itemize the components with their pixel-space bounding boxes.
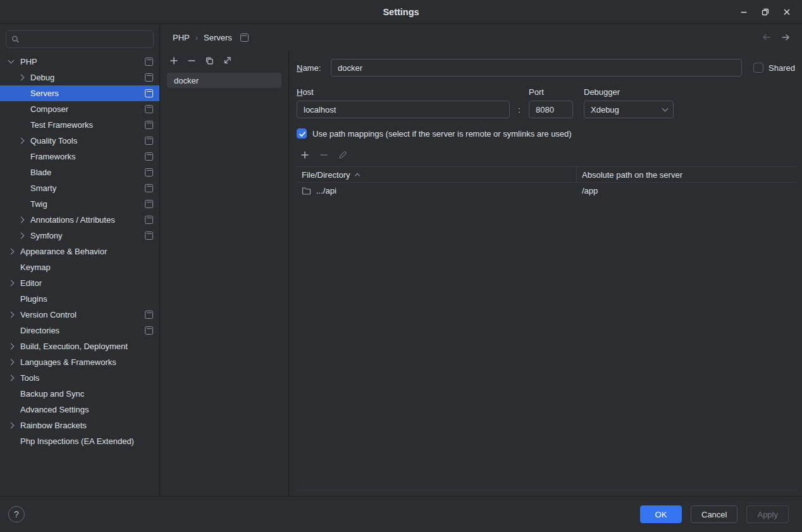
forward-button[interactable]: [780, 33, 791, 42]
cancel-button[interactable]: Cancel: [691, 505, 737, 523]
name-field[interactable]: [331, 59, 742, 77]
sidebar-item-languages-frameworks[interactable]: Languages & Frameworks: [0, 354, 159, 370]
sidebar-item-annotations-attributes[interactable]: Annotations / Attributes: [0, 212, 159, 228]
history-navigation: [762, 33, 791, 42]
settings-page-icon: [145, 58, 153, 66]
minimize-button[interactable]: [735, 3, 753, 21]
sidebar-item-editor[interactable]: Editor: [0, 275, 159, 291]
chevron-right-icon[interactable]: [18, 233, 25, 239]
chevron-right-icon[interactable]: [18, 75, 25, 81]
sidebar-item-appearance-behavior[interactable]: Appearance & Behavior: [0, 244, 159, 259]
forward-arrow-icon: [780, 33, 791, 42]
debugger-value: Xdebug: [591, 105, 619, 114]
breadcrumb: PHP › Servers: [173, 33, 249, 42]
chevron-right-icon[interactable]: [8, 312, 15, 318]
settings-page-icon: [145, 184, 153, 192]
mapping-row[interactable]: .../api /app: [297, 183, 796, 199]
sidebar-item-version-control[interactable]: Version Control: [0, 307, 159, 323]
sidebar-item-frameworks[interactable]: Frameworks: [0, 149, 159, 164]
remove-icon: [319, 150, 329, 160]
settings-tree: PHP Debug Servers Composer: [0, 54, 159, 449]
chevron-right-icon[interactable]: [8, 343, 15, 350]
column-header-absolute-path[interactable]: Absolute path on the server: [577, 170, 796, 180]
settings-page-icon: [145, 121, 153, 129]
sidebar-item-build-execution-deployment[interactable]: Build, Execution, Deployment: [0, 338, 159, 354]
chevron-down-icon[interactable]: [8, 58, 15, 64]
mapping-absolute-path: /app: [582, 186, 598, 195]
ok-button[interactable]: OK: [640, 505, 682, 523]
chevron-right-icon[interactable]: [18, 138, 25, 144]
remove-icon: [187, 56, 197, 66]
shared-checkbox[interactable]: [753, 63, 763, 73]
chevron-right-icon[interactable]: [18, 217, 25, 223]
close-button[interactable]: [778, 3, 796, 21]
edit-pencil-icon: [338, 150, 348, 160]
add-mapping-button[interactable]: [299, 149, 311, 161]
sidebar-item-php-inspections[interactable]: Php Inspections (EA Extended): [0, 433, 159, 449]
sidebar-item-advanced-settings[interactable]: Advanced Settings: [0, 402, 159, 418]
sidebar-item-blade[interactable]: Blade: [0, 164, 159, 180]
chevron-right-icon[interactable]: [8, 249, 15, 255]
close-icon: [782, 7, 792, 17]
copy-icon: [204, 56, 214, 66]
select-chevron-down-icon: [662, 105, 669, 111]
sidebar-item-twig[interactable]: Twig: [0, 196, 159, 212]
add-icon: [300, 150, 310, 160]
chevron-right-icon[interactable]: [8, 375, 15, 381]
settings-page-icon: [145, 105, 153, 113]
sidebar-item-tools[interactable]: Tools: [0, 370, 159, 386]
add-server-button[interactable]: [168, 55, 180, 66]
breadcrumb-php[interactable]: PHP: [173, 33, 190, 42]
restore-icon: [760, 7, 770, 17]
server-list-panel: docker: [160, 51, 289, 496]
settings-page-icon: [145, 73, 153, 82]
edit-mapping-button[interactable]: [337, 149, 349, 161]
minimize-icon: [739, 7, 749, 17]
sidebar-item-quality-tools[interactable]: Quality Tools: [0, 133, 159, 149]
sidebar-item-debug[interactable]: Debug: [0, 70, 159, 85]
server-name: docker: [174, 76, 199, 85]
breadcrumb-servers[interactable]: Servers: [204, 33, 232, 42]
import-server-button[interactable]: [221, 55, 233, 66]
back-button[interactable]: [762, 33, 772, 42]
host-field[interactable]: [297, 101, 510, 118]
chevron-right-icon[interactable]: [8, 359, 15, 366]
server-list-item-docker[interactable]: docker: [167, 73, 281, 88]
sidebar-item-keymap[interactable]: Keymap: [0, 259, 159, 275]
settings-search-field[interactable]: [6, 30, 154, 48]
settings-page-icon: [145, 137, 153, 145]
host-port-separator: :: [510, 105, 529, 114]
remove-mapping-button[interactable]: [318, 149, 330, 161]
sidebar-item-php[interactable]: PHP: [0, 54, 159, 70]
sidebar-item-plugins[interactable]: Plugins: [0, 291, 159, 307]
apply-button[interactable]: Apply: [746, 505, 789, 523]
mappings-table: File/Directory Absolute path on the serv…: [297, 166, 796, 490]
help-button[interactable]: ?: [8, 506, 25, 523]
port-field[interactable]: [529, 101, 573, 118]
settings-search-input[interactable]: [23, 35, 148, 44]
copy-server-button[interactable]: [204, 55, 215, 66]
debugger-select[interactable]: Xdebug: [584, 101, 674, 118]
dialog-footer: ? OK Cancel Apply: [0, 496, 802, 532]
sidebar-item-symfony[interactable]: Symfony: [0, 228, 159, 244]
mappings-table-header: File/Directory Absolute path on the serv…: [297, 167, 796, 183]
sidebar-item-composer[interactable]: Composer: [0, 101, 159, 117]
sidebar-item-directories[interactable]: Directories: [0, 323, 159, 338]
remove-server-button[interactable]: [186, 55, 197, 66]
add-icon: [169, 56, 179, 66]
column-header-file-directory[interactable]: File/Directory: [297, 167, 577, 182]
sidebar-item-smarty[interactable]: Smarty: [0, 180, 159, 196]
sidebar-item-test-frameworks[interactable]: Test Frameworks: [0, 117, 159, 133]
settings-page-icon: [240, 34, 249, 42]
sidebar-item-backup-and-sync[interactable]: Backup and Sync: [0, 386, 159, 402]
chevron-right-icon[interactable]: [8, 280, 15, 287]
sidebar-item-servers[interactable]: Servers: [0, 85, 159, 101]
path-mappings-label: Use path mappings (select if the server …: [312, 129, 572, 139]
chevron-right-icon[interactable]: [8, 423, 15, 429]
path-mappings-checkbox[interactable]: [297, 128, 307, 139]
back-arrow-icon: [762, 33, 772, 42]
maximize-button[interactable]: [756, 3, 774, 21]
breadcrumb-separator: ›: [195, 33, 198, 42]
sort-ascending-icon: [354, 173, 359, 178]
sidebar-item-rainbow-brackets[interactable]: Rainbow Brackets: [0, 418, 159, 433]
